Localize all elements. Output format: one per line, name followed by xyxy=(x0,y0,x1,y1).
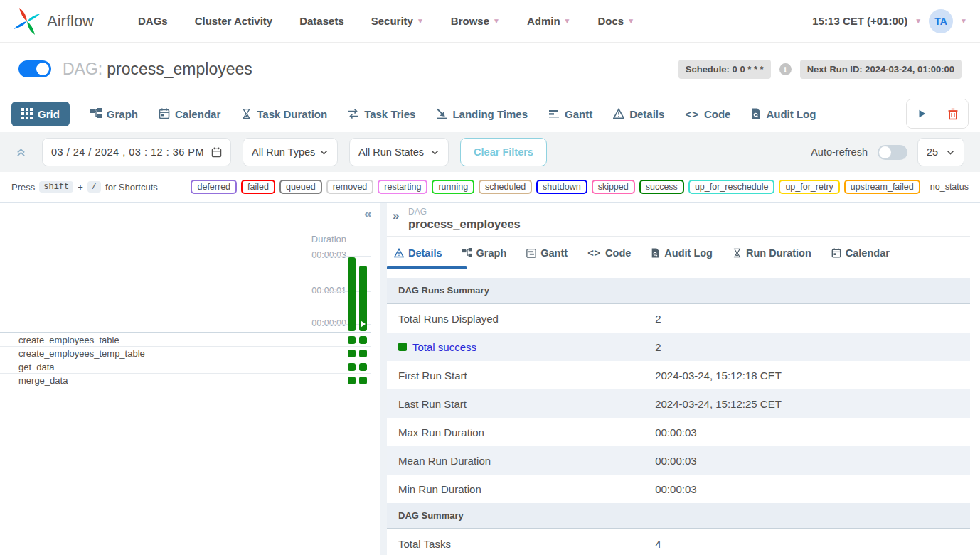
tab-audit-log[interactable]: Audit Log xyxy=(751,108,816,120)
active-tab-underline xyxy=(387,266,467,269)
top-navbar: Airflow DAGs Cluster Activity Datasets S… xyxy=(0,0,980,43)
state-badge-upstream-failed[interactable]: upstream_failed xyxy=(844,180,920,194)
duration-axis-label: Duration xyxy=(311,234,346,244)
caret-down-icon: ▼ xyxy=(564,17,571,25)
table-row: Max Run Duration 00:00:03 xyxy=(387,418,970,446)
tab-calendar[interactable]: Calendar xyxy=(159,108,220,120)
task-instance-square[interactable] xyxy=(359,363,367,371)
task-row-merge-data[interactable]: merge_data xyxy=(0,374,371,387)
airflow-brand[interactable]: Airflow xyxy=(13,7,94,36)
calendar-icon xyxy=(159,108,170,119)
dag-header: DAG:process_employees Schedule: 0 0 * * … xyxy=(0,43,980,95)
task-row-create-employees-table[interactable]: create_employees_table xyxy=(0,333,371,347)
base-date-input[interactable]: 03 / 24 / 2024 , 03 : 12 : 36 PM xyxy=(42,138,231,166)
state-legend: deferred failed queued removed restartin… xyxy=(191,180,969,194)
caret-down-icon: ▼ xyxy=(493,17,500,25)
nav-item-browse[interactable]: Browse▼ xyxy=(451,15,500,27)
task-instance-square[interactable] xyxy=(359,377,367,384)
selected-dag-name: process_employees xyxy=(408,217,970,231)
state-badge-running[interactable]: running xyxy=(432,180,474,194)
filter-bar: 03 / 24 / 2024 , 03 : 12 : 36 PM All Run… xyxy=(0,132,980,172)
delete-dag-button[interactable] xyxy=(937,99,968,128)
dag-run-bar-1[interactable] xyxy=(348,257,356,331)
grid-icon xyxy=(21,108,33,119)
caret-down-icon[interactable]: ▼ xyxy=(915,17,922,25)
tab-code[interactable]: <> Code xyxy=(685,108,730,120)
page-size-select[interactable]: 25 xyxy=(917,138,964,166)
avatar[interactable]: TA xyxy=(929,9,953,33)
info-icon[interactable]: i xyxy=(779,63,792,75)
details-panel: » DAG process_employees Details Graph xyxy=(387,203,980,555)
airflow-pinwheel-icon xyxy=(13,7,41,36)
no-status-label: no_status xyxy=(930,182,969,192)
chevron-down-icon xyxy=(946,148,955,157)
timezone-clock[interactable]: 15:13 CET (+01:00) xyxy=(812,15,907,27)
graph-icon xyxy=(90,108,102,119)
task-instance-square[interactable] xyxy=(348,350,356,357)
subtab-run-duration[interactable]: Run Duration xyxy=(733,247,811,259)
collapse-filters-icon[interactable] xyxy=(16,147,26,158)
task-instance-square[interactable] xyxy=(348,336,356,344)
state-badge-shutdown[interactable]: shutdown xyxy=(536,180,587,194)
tab-gantt[interactable]: Gantt xyxy=(548,108,592,120)
clear-filters-button[interactable]: Clear Filters xyxy=(460,138,547,166)
schedule-badge[interactable]: Schedule: 0 0 * * * xyxy=(678,60,771,79)
view-tab-bar: Grid Graph Calendar Task Duration Task T… xyxy=(0,95,980,132)
document-icon xyxy=(751,108,761,119)
nav-item-admin[interactable]: Admin▼ xyxy=(527,15,571,27)
subtab-details[interactable]: Details xyxy=(394,247,442,259)
task-instance-square[interactable] xyxy=(348,363,356,371)
task-instance-square[interactable] xyxy=(359,350,367,357)
table-row: Min Run Duration 00:00:03 xyxy=(387,475,970,503)
tab-landing-times[interactable]: Landing Times xyxy=(436,108,528,120)
table-row: Total Tasks 4 xyxy=(387,529,970,555)
tab-task-tries[interactable]: Task Tries xyxy=(348,108,415,120)
tab-task-duration[interactable]: Task Duration xyxy=(241,108,327,120)
state-badge-queued[interactable]: queued xyxy=(279,180,322,194)
dag-action-buttons xyxy=(906,99,969,129)
caret-down-icon[interactable]: ▼ xyxy=(960,17,967,25)
auto-refresh-toggle[interactable] xyxy=(878,145,907,160)
nav-item-docs[interactable]: Docs▼ xyxy=(598,15,635,27)
state-badge-success[interactable]: success xyxy=(639,180,684,194)
subtab-calendar[interactable]: Calendar xyxy=(831,247,890,259)
collapse-panel-icon[interactable]: « xyxy=(364,205,372,222)
dag-name: process_employees xyxy=(107,60,252,78)
expand-panel-icon[interactable]: » xyxy=(393,209,399,223)
dag-pause-toggle[interactable] xyxy=(18,60,51,77)
task-row-create-employees-temp-table[interactable]: create_employees_temp_table xyxy=(0,347,371,360)
slash-key: / xyxy=(87,181,101,193)
subtab-code[interactable]: <> Code xyxy=(587,247,631,259)
nav-item-cluster-activity[interactable]: Cluster Activity xyxy=(195,15,272,27)
grid-panel: « Duration 00:00:03 00:00:01 00:00:00 cr… xyxy=(0,203,380,555)
panel-divider[interactable] xyxy=(380,203,387,555)
state-badge-failed[interactable]: failed xyxy=(241,180,275,194)
section-header: DAG Runs Summary xyxy=(387,278,970,304)
task-instance-square[interactable] xyxy=(359,336,367,344)
landing-icon xyxy=(436,108,447,119)
task-instance-square[interactable] xyxy=(348,377,356,384)
state-badge-restarting[interactable]: restarting xyxy=(378,180,427,194)
nav-item-security[interactable]: Security▼ xyxy=(371,15,424,27)
run-types-select[interactable]: All Run Types xyxy=(243,138,338,166)
subtab-graph[interactable]: Graph xyxy=(462,247,507,259)
state-badge-scheduled[interactable]: scheduled xyxy=(479,180,532,194)
code-icon: <> xyxy=(685,108,699,120)
task-row-get-data[interactable]: get_data xyxy=(0,360,371,374)
tab-details[interactable]: Details xyxy=(613,108,664,120)
nav-item-dags[interactable]: DAGs xyxy=(138,15,168,27)
tab-graph[interactable]: Graph xyxy=(90,108,138,120)
state-badge-up-for-retry[interactable]: up_for_retry xyxy=(779,180,839,194)
state-badge-up-for-reschedule[interactable]: up_for_reschedule xyxy=(688,180,775,194)
trigger-dag-button[interactable] xyxy=(907,99,937,128)
nav-item-datasets[interactable]: Datasets xyxy=(299,15,344,27)
state-badge-skipped[interactable]: skipped xyxy=(592,180,635,194)
state-badge-removed[interactable]: removed xyxy=(326,180,374,194)
total-success-link[interactable]: Total success xyxy=(412,341,476,353)
state-badge-deferred[interactable]: deferred xyxy=(191,180,237,194)
subtab-gantt[interactable]: Gantt xyxy=(526,247,568,259)
chevron-down-icon xyxy=(430,148,440,157)
subtab-audit-log[interactable]: Audit Log xyxy=(651,247,713,259)
tab-grid[interactable]: Grid xyxy=(11,102,70,126)
run-states-select[interactable]: All Run States xyxy=(349,138,449,166)
